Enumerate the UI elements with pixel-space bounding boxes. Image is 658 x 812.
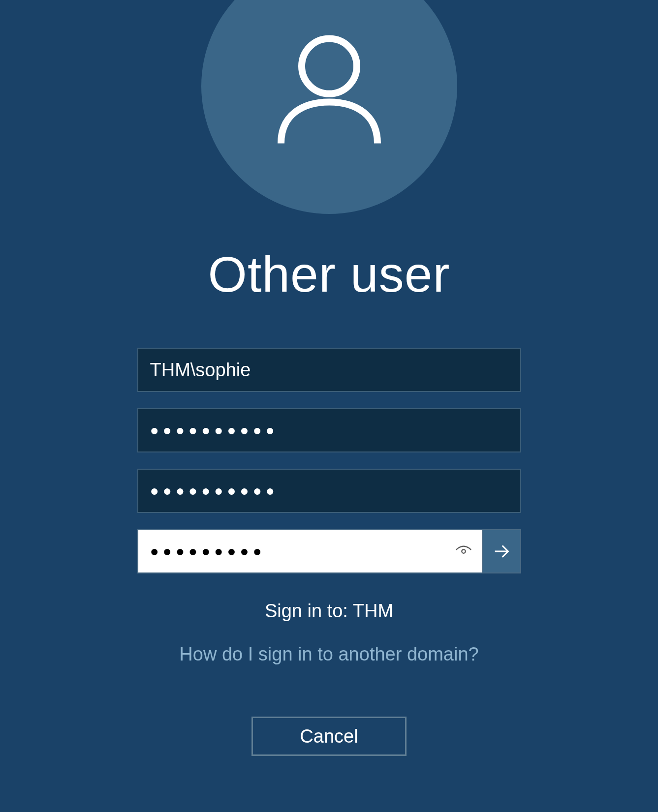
password-input-2[interactable] [137, 469, 521, 513]
arrow-right-icon [492, 541, 511, 561]
signin-domain-label: Sign in to: THM [265, 601, 393, 622]
cancel-button[interactable]: Cancel [251, 717, 407, 756]
username-input[interactable] [137, 348, 521, 392]
svg-point-1 [462, 549, 466, 553]
reveal-password-button[interactable] [451, 539, 476, 564]
login-title: Other user [208, 246, 450, 303]
svg-point-0 [302, 39, 357, 94]
login-form [137, 348, 521, 573]
help-domain-link[interactable]: How do I sign in to another domain? [179, 644, 478, 665]
submit-button[interactable] [482, 529, 521, 573]
user-icon [260, 22, 398, 160]
eye-icon [455, 542, 472, 560]
password-input-1[interactable] [137, 408, 521, 452]
confirm-password-input[interactable] [137, 529, 482, 573]
confirm-password-row [137, 529, 521, 573]
user-avatar [201, 0, 457, 214]
